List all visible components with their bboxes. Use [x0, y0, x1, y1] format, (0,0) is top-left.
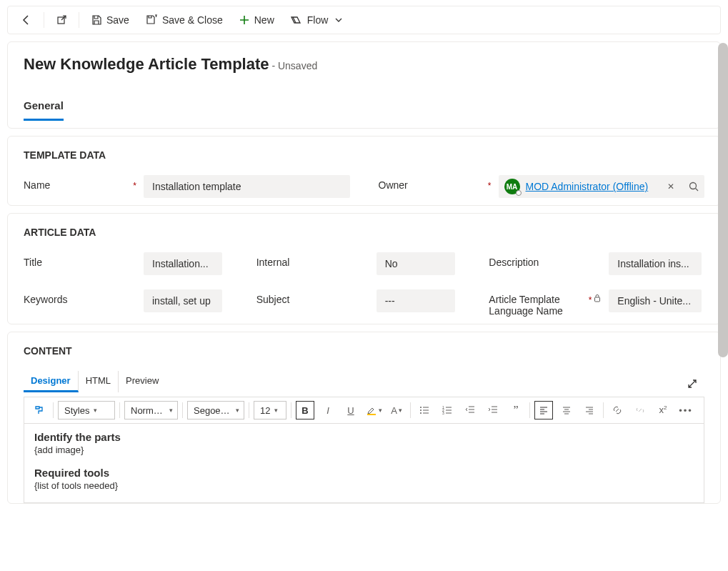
command-bar: Save Save & Close New Flow	[7, 6, 721, 34]
keywords-input[interactable]: install, set up	[144, 289, 222, 312]
format-dropdown[interactable]: Normal (... ▾	[124, 401, 178, 419]
svg-point-1	[690, 183, 697, 189]
svg-point-6	[420, 412, 422, 414]
open-in-new-window-button[interactable]	[49, 10, 74, 30]
subject-input[interactable]: ---	[377, 289, 455, 312]
section-heading-template-data: TEMPLATE DATA	[24, 149, 704, 161]
highlight-icon	[366, 404, 377, 416]
required-indicator: *	[488, 179, 493, 191]
styles-dropdown[interactable]: Styles ▾	[58, 401, 115, 419]
section-template-data: TEMPLATE DATA Name * Installation templa…	[7, 136, 721, 206]
align-left-button[interactable]	[534, 401, 553, 419]
description-label: Description	[489, 257, 603, 268]
separator	[249, 402, 249, 418]
underline-button[interactable]: U	[341, 401, 360, 419]
chevron-down-icon: ▾	[274, 407, 278, 414]
format-painter-button[interactable]	[30, 401, 49, 419]
avatar: MA	[504, 179, 520, 194]
separator	[529, 402, 530, 418]
owner-label: Owner	[379, 179, 488, 191]
align-center-icon	[562, 405, 572, 415]
internal-label: Internal	[256, 257, 371, 268]
paint-roller-icon	[34, 404, 45, 416]
rte-toolbar: Styles ▾ Normal (... ▾ Segoe UI ▾ 12 ▾ B…	[24, 397, 704, 424]
presence-indicator	[516, 190, 522, 196]
required-indicator: *	[133, 179, 138, 191]
scrollbar-thumb[interactable]	[718, 43, 728, 357]
chevron-down-icon: ▾	[236, 407, 239, 414]
insert-link-button[interactable]	[608, 401, 627, 419]
rich-text-editor: Styles ▾ Normal (... ▾ Segoe UI ▾ 12 ▾ B…	[24, 397, 704, 503]
separator	[53, 402, 54, 418]
subject-label: Subject	[256, 294, 371, 305]
content-placeholder-1: {add image}	[34, 445, 694, 455]
new-button[interactable]: New	[231, 10, 281, 30]
numbered-list-icon: 123	[442, 404, 453, 416]
plus-icon	[239, 14, 250, 26]
italic-button[interactable]: I	[319, 401, 337, 419]
flow-button[interactable]: Flow	[283, 10, 350, 30]
language-input[interactable]: English - Unite...	[609, 289, 702, 312]
keywords-label: Keywords	[24, 294, 138, 305]
chevron-down-icon: ▾	[169, 407, 173, 414]
unlink-icon	[634, 404, 646, 416]
back-button[interactable]	[14, 10, 39, 30]
increase-indent-button[interactable]	[484, 401, 502, 419]
more-commands-button[interactable]: •••	[677, 401, 695, 419]
font-size-dropdown[interactable]: 12 ▾	[254, 401, 286, 419]
section-heading-article-data: ARTICLE DATA	[24, 227, 704, 238]
separator	[291, 402, 291, 418]
expand-button[interactable]	[680, 374, 704, 393]
bullet-list-icon	[419, 404, 430, 416]
separator	[79, 12, 79, 28]
bullet-list-button[interactable]	[415, 401, 434, 419]
save-icon	[91, 14, 102, 26]
owner-lookup[interactable]: MA MOD Administrator (Offline) ✕	[499, 175, 705, 198]
search-icon[interactable]	[689, 182, 699, 192]
tab-preview[interactable]: Preview	[119, 371, 166, 392]
separator	[410, 402, 411, 418]
decrease-indent-button[interactable]	[461, 401, 479, 419]
separator	[44, 12, 44, 28]
save-button[interactable]: Save	[84, 10, 136, 30]
owner-link[interactable]: MOD Administrator (Offline)	[526, 181, 662, 192]
save-and-close-button[interactable]: Save & Close	[138, 10, 230, 30]
align-right-icon	[584, 405, 594, 415]
separator	[603, 402, 604, 418]
content-heading-1: Identify the parts	[34, 431, 694, 443]
scrollbar[interactable]	[718, 43, 728, 357]
font-dropdown[interactable]: Segoe UI ▾	[187, 401, 244, 419]
required-indicator: *	[589, 294, 594, 305]
clear-lookup-button[interactable]: ✕	[667, 182, 674, 192]
size-label: 12	[260, 405, 270, 416]
save-label: Save	[106, 14, 129, 26]
content-view-tabs: Designer HTML Preview	[24, 371, 166, 392]
internal-input[interactable]: No	[377, 252, 455, 275]
description-input[interactable]: Installation ins...	[609, 252, 702, 275]
lock-icon	[593, 294, 603, 302]
title-input[interactable]: Installation...	[144, 252, 222, 275]
remove-link-button[interactable]	[631, 401, 649, 419]
separator	[119, 402, 120, 418]
align-right-button[interactable]	[580, 401, 599, 419]
name-input[interactable]: Installation template	[144, 175, 350, 198]
title-label: Title	[24, 257, 138, 268]
blockquote-button[interactable]: ”	[507, 401, 525, 419]
font-color-button[interactable]: A ▾	[387, 401, 406, 419]
tab-designer[interactable]: Designer	[24, 371, 79, 392]
align-center-button[interactable]	[557, 401, 576, 419]
tab-html[interactable]: HTML	[79, 371, 119, 392]
field-owner: Owner * MA MOD Administrator (Offline) ✕	[379, 175, 705, 198]
numbered-list-button[interactable]: 123	[438, 401, 457, 419]
indent-icon	[487, 404, 499, 416]
superscript-button[interactable]: x2	[654, 401, 672, 419]
field-keywords: Keywords install, set up	[24, 289, 239, 317]
highlight-color-button[interactable]: ▾	[364, 401, 383, 419]
bold-button[interactable]: B	[296, 401, 314, 419]
svg-point-5	[420, 409, 422, 411]
rte-content[interactable]: Identify the parts {add image} Required …	[24, 424, 704, 502]
tab-general[interactable]: General	[24, 99, 64, 121]
link-icon	[612, 404, 623, 416]
section-article-data: ARTICLE DATA Title Installation... Inter…	[7, 213, 721, 324]
svg-point-4	[420, 407, 422, 408]
